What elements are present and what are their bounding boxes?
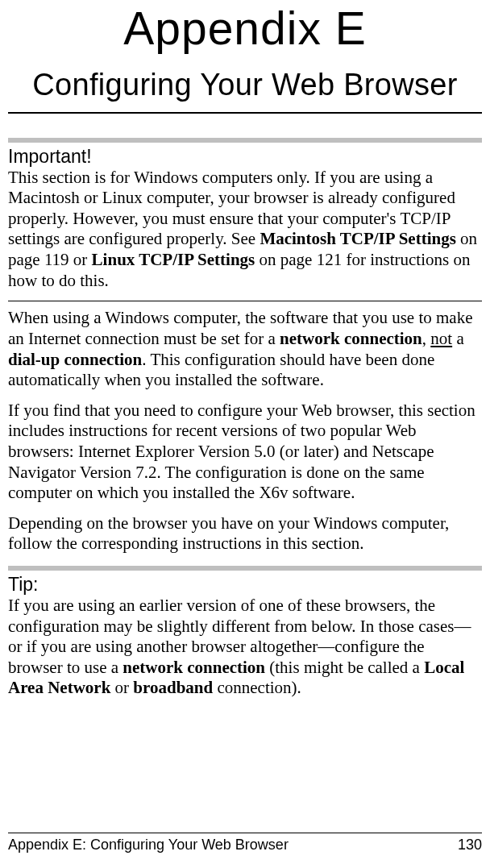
- appendix-subtitle: Configuring Your Web Browser: [8, 65, 482, 105]
- divider-gray: [8, 138, 482, 143]
- bold-text: broadband: [133, 678, 213, 697]
- divider-thin: [8, 301, 482, 301]
- appendix-title: Appendix E: [8, 0, 482, 57]
- divider-footer: [8, 833, 482, 833]
- tip-body: If you are using an earlier version of o…: [8, 596, 482, 699]
- underline-text: not: [430, 329, 452, 348]
- text: ,: [422, 329, 431, 348]
- divider-heavy: [8, 112, 482, 114]
- important-heading: Important!: [8, 146, 482, 168]
- text: or: [110, 678, 133, 697]
- text: (this might be called a: [265, 658, 424, 677]
- tip-heading: Tip:: [8, 574, 482, 596]
- divider-gray: [8, 566, 482, 571]
- body-paragraph-3: Depending on the browser you have on you…: [8, 513, 482, 554]
- bold-text: network connection: [122, 658, 265, 677]
- footer-text-left: Appendix E: Configuring Your Web Browser: [8, 837, 289, 853]
- bold-text: Linux TCP/IP Settings: [92, 250, 255, 269]
- bold-text: Macintosh TCP/IP Settings: [260, 229, 455, 248]
- body-paragraph-2: If you find that you need to configure y…: [8, 401, 482, 504]
- bold-text: network connection: [280, 329, 422, 348]
- page-footer: Appendix E: Configuring Your Web Browser…: [0, 833, 490, 853]
- page-number: 130: [458, 837, 482, 853]
- bold-text: dial-up connection: [8, 350, 142, 369]
- text: connection).: [213, 678, 301, 697]
- important-body: This section is for Windows computers on…: [8, 168, 482, 292]
- text: a: [452, 329, 464, 348]
- body-paragraph-1: When using a Windows computer, the softw…: [8, 308, 482, 390]
